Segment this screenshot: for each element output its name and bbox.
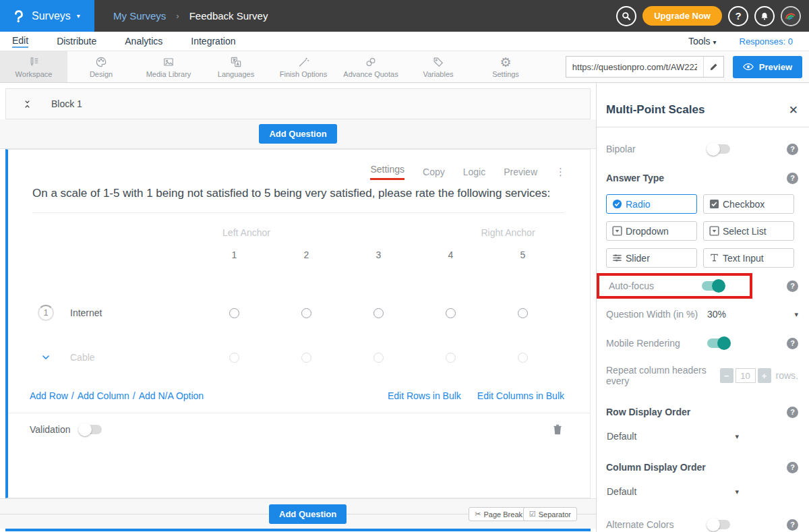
- survey-url-input[interactable]: [566, 57, 703, 77]
- mobile-rendering-row: Mobile Rendering ?: [597, 336, 809, 351]
- tab-distribute[interactable]: Distribute: [57, 36, 96, 47]
- alternate-colors-help-icon[interactable]: ?: [787, 519, 798, 531]
- answer-type-dropdown[interactable]: Dropdown: [606, 221, 697, 241]
- collapse-vertical-icon: [22, 98, 32, 110]
- toolbar-item-settings[interactable]: ⚙ Settings: [472, 51, 539, 82]
- notifications-button[interactable]: [754, 6, 775, 26]
- tab-integration[interactable]: Integration: [191, 36, 235, 47]
- delete-question-button[interactable]: [552, 423, 563, 436]
- autofocus-toggle[interactable]: [702, 281, 725, 291]
- toolbar-item-finish-options[interactable]: Finish Options: [270, 51, 337, 82]
- radio-cable-2[interactable]: [301, 353, 311, 363]
- row-display-order-value: Default: [607, 431, 636, 442]
- radio-internet-2[interactable]: [301, 308, 311, 318]
- edit-url-button[interactable]: [703, 57, 723, 77]
- edit-columns-bulk-link[interactable]: Edit Columns in Bulk: [477, 390, 564, 401]
- question-text[interactable]: On a scale of 1-5 with 1 being not satis…: [32, 185, 564, 213]
- toolbar-item-design[interactable]: Design: [67, 51, 135, 82]
- column-header-1[interactable]: 1: [198, 249, 270, 260]
- row-display-order-select[interactable]: Default ▾: [607, 431, 739, 442]
- repeat-headers-label: Repeat column headers every: [606, 365, 712, 386]
- breadcrumb-my-surveys[interactable]: My Surveys: [113, 10, 166, 22]
- edit-rows-bulk-link[interactable]: Edit Rows in Bulk: [388, 390, 461, 401]
- column-display-help-icon[interactable]: ?: [787, 462, 798, 473]
- toolbar-item-variables[interactable]: Variables: [404, 51, 472, 82]
- answer-type-text-input[interactable]: Text Input: [703, 248, 794, 268]
- tools-menu[interactable]: Tools ▾: [688, 36, 717, 47]
- radio-internet-3[interactable]: [373, 308, 384, 318]
- question-tab-copy[interactable]: Copy: [423, 167, 445, 177]
- row-label-internet[interactable]: Internet: [62, 307, 198, 318]
- help-button[interactable]: ?: [728, 6, 748, 26]
- column-display-order-select[interactable]: Default ▾: [607, 486, 739, 497]
- stepper-increment-button[interactable]: +: [758, 368, 771, 383]
- tab-analytics[interactable]: Analytics: [125, 36, 162, 47]
- column-header-4[interactable]: 4: [415, 249, 487, 260]
- radio-internet-5[interactable]: [518, 308, 528, 318]
- radio-cable-3[interactable]: [373, 353, 384, 363]
- answer-type-help-icon[interactable]: ?: [787, 173, 798, 184]
- toolbar-item-languages[interactable]: Languages: [202, 51, 270, 82]
- answer-type-checkbox[interactable]: Checkbox: [703, 194, 794, 214]
- search-button[interactable]: [616, 6, 636, 26]
- column-header-5[interactable]: 5: [487, 249, 559, 260]
- question-settings-sidebar: Multi-Point Scales ✕ Bipolar ? Answer Ty…: [596, 83, 809, 532]
- radio-internet-4[interactable]: [446, 308, 456, 318]
- repeat-headers-input[interactable]: [736, 368, 756, 383]
- radio-check-icon: [612, 199, 622, 209]
- survey-editor: Block 1 Add Question Settings Copy Logic…: [0, 83, 596, 532]
- column-header-2[interactable]: 2: [270, 249, 342, 260]
- row-display-help-icon[interactable]: ?: [787, 407, 798, 418]
- add-row-link[interactable]: Add Row: [30, 390, 68, 401]
- validation-toggle[interactable]: [79, 425, 102, 434]
- radio-cable-1[interactable]: [229, 353, 239, 363]
- validation-row: Validation: [8, 413, 590, 436]
- radio-cable-5[interactable]: [518, 353, 528, 363]
- radio-internet-1[interactable]: [229, 308, 239, 318]
- alternate-colors-row: Alternate Colors ?: [597, 517, 809, 532]
- answer-type-radio[interactable]: Radio: [606, 194, 697, 214]
- add-na-option-link[interactable]: Add N/A Option: [139, 390, 204, 401]
- more-options-icon[interactable]: ⋮: [556, 166, 566, 178]
- question-width-row: Question Width (in %) 30% ▾: [597, 307, 809, 322]
- row-label-cable[interactable]: Cable: [62, 352, 198, 363]
- answer-type-select-list[interactable]: Select List: [703, 221, 794, 241]
- toolbar-item-workspace[interactable]: Workspace: [0, 51, 67, 82]
- answer-type-slider[interactable]: Slider: [606, 248, 697, 268]
- preview-button[interactable]: Preview: [733, 56, 802, 78]
- question-tab-settings[interactable]: Settings: [370, 164, 404, 180]
- question-width-value[interactable]: 30%: [707, 309, 726, 320]
- mobile-rendering-toggle[interactable]: [707, 338, 730, 348]
- page-break-button[interactable]: ✂ Page Break: [469, 507, 529, 521]
- responses-count[interactable]: Responses: 0: [740, 36, 793, 47]
- dropdown-icon: [612, 226, 622, 236]
- chevron-down-icon[interactable]: [40, 352, 51, 363]
- bipolar-help-icon[interactable]: ?: [787, 144, 798, 155]
- close-icon[interactable]: ✕: [789, 103, 798, 117]
- left-anchor-label[interactable]: Left Anchor: [210, 227, 282, 238]
- add-column-link[interactable]: Add Column: [78, 390, 129, 401]
- stepper-decrement-button[interactable]: −: [720, 368, 733, 383]
- question-tab-logic[interactable]: Logic: [463, 167, 485, 177]
- upgrade-now-button[interactable]: Upgrade Now: [642, 6, 722, 26]
- chevron-down-icon[interactable]: ▾: [794, 310, 798, 319]
- mobile-rendering-help-icon[interactable]: ?: [787, 338, 798, 349]
- user-avatar[interactable]: [781, 6, 801, 26]
- autofocus-help-icon[interactable]: ?: [787, 280, 798, 292]
- block-title: Block 1: [51, 98, 82, 109]
- collapse-block-button[interactable]: [22, 98, 32, 110]
- add-question-button-bottom[interactable]: Add Question: [269, 504, 347, 524]
- right-anchor-label[interactable]: Right Anchor: [472, 227, 544, 238]
- question-tab-preview[interactable]: Preview: [504, 167, 537, 177]
- tab-edit[interactable]: Edit: [12, 35, 28, 48]
- separator-button[interactable]: ☑ Separator: [523, 507, 577, 521]
- bipolar-toggle[interactable]: [707, 144, 730, 154]
- workspace-icon: [26, 55, 41, 69]
- column-header-3[interactable]: 3: [342, 249, 415, 260]
- toolbar-item-media-library[interactable]: Media Library: [135, 51, 202, 82]
- radio-cable-4[interactable]: [446, 353, 456, 363]
- alternate-colors-toggle[interactable]: [707, 520, 730, 529]
- toolbar-item-advance-quotas[interactable]: Advance Quotas: [337, 51, 404, 82]
- add-question-button-top[interactable]: Add Question: [259, 124, 336, 144]
- app-menu-surveys[interactable]: Surveys ▾: [0, 0, 94, 32]
